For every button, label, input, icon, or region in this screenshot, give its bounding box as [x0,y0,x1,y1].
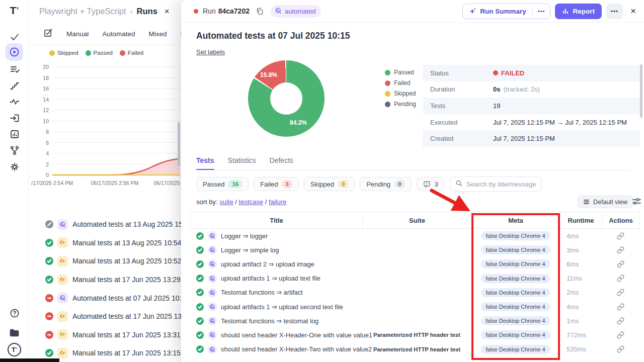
analytics-icon[interactable] [0,127,29,142]
test-plans-icon[interactable] [0,62,29,77]
meta-tag[interactable]: false Desktop Chrome 4 [481,259,550,268]
search-box[interactable] [450,176,541,192]
test-link-icon[interactable] [602,345,639,353]
run-list-item-selected[interactable]: Automated tests at 07 Jul 2025 10:15 [29,289,181,307]
breadcrumb-project[interactable]: Playwright + TypeScript [39,7,126,16]
app-logo[interactable]: T' [0,5,29,17]
list-view-icon [583,199,590,205]
filter-pending[interactable]: Pending0 [360,177,411,191]
report-button[interactable]: Report [555,4,602,19]
test-link-icon[interactable] [602,260,639,268]
import-icon[interactable] [0,111,29,126]
svg-text:06/17/2025: 06/17/2025 [153,180,180,186]
select-runs-icon[interactable] [43,28,53,40]
settings-gear-icon[interactable] [0,159,29,174]
help-icon[interactable] [0,306,29,321]
sidebar-item-runs[interactable] [6,43,23,61]
tab-statistics[interactable]: Statistics [228,156,256,170]
tab-manual[interactable]: Manual [66,30,89,38]
test-row[interactable]: Logger ⇒ simple log false Desktop Chrome… [190,243,640,257]
sort-by-failure[interactable]: failure [269,198,286,206]
header-runtime[interactable]: Runtime [560,212,602,228]
pulse-icon[interactable] [0,94,29,109]
tab-defects[interactable]: Defects [270,156,293,170]
search-input[interactable] [466,180,536,188]
run-list-item[interactable]: Manual tests at 17 Jun 2025 13:31 from [29,326,181,344]
test-row[interactable]: upload artifact 2 ⇒ upload image false D… [190,257,640,271]
tab-mixed[interactable]: Mixed [149,30,167,38]
sparkles-icon [469,8,476,15]
test-link-icon[interactable] [602,246,639,254]
page-close-icon[interactable]: × [165,7,170,17]
passed-percent-label: 84.2% [290,119,307,126]
more-actions-button[interactable]: ••• [606,4,623,19]
header-actions[interactable]: Actions [602,212,639,228]
test-link-icon[interactable] [602,275,639,282]
passed-check-icon [196,289,204,296]
run-list: Automated tests at 13 Aug 2025 15:53 Man… [29,215,181,362]
test-link-icon[interactable] [602,289,639,296]
meta-tag[interactable]: false Desktop Chrome 4 [481,316,550,325]
account-avatar[interactable]: T' [0,342,29,357]
tests-table-header: Title Suite Meta Runtime Actions [190,212,640,229]
projects-folder-icon[interactable] [0,325,29,340]
panel-close-icon[interactable]: × [630,6,636,17]
tab-tests[interactable]: Tests [196,156,214,170]
test-link-icon[interactable] [602,232,639,240]
header-title[interactable]: Title [191,212,363,228]
svg-text:6: 6 [46,140,49,146]
test-row[interactable]: Logger ⇒ logger false Desktop Chrome 4 4… [190,229,640,243]
run-list-item[interactable]: Manual tests at 13 Aug 2025 10:52 from [29,252,181,270]
view-settings-icon[interactable] [632,197,641,208]
automated-test-icon [208,316,217,325]
test-row[interactable]: upload artifacts 1 ⇒ upload text file fa… [190,272,640,286]
comments-count: 3 [435,180,438,188]
filter-passed[interactable]: Passed16 [196,177,249,191]
passed-status-icon [45,276,53,284]
run-summary-button[interactable]: Run Summary ••• [462,4,550,19]
meta-tag[interactable]: false Desktop Chrome 4 [481,245,550,254]
automated-test-icon [208,231,217,240]
tab-automated[interactable]: Automated [102,30,135,38]
run-summary-more[interactable]: ••• [532,8,550,14]
automated-test-icon [208,288,217,297]
breadcrumb-separator: › [130,7,133,16]
run-list-item[interactable]: Manual tests at 13 Aug 2025 10:54 2 [29,234,181,252]
panel-scrollbar[interactable] [640,64,642,118]
test-row[interactable]: should send header X-Header-One with val… [190,328,640,342]
meta-tag[interactable]: false Desktop Chrome 4 [481,345,550,354]
run-list-item[interactable]: Automated tests at 13 Aug 2025 15:53 [29,215,181,234]
automated-badge[interactable]: automated [271,5,321,18]
automated-test-icon [208,245,217,254]
set-labels-link[interactable]: Set labels [196,48,225,56]
page-scrollbar[interactable] [178,122,180,166]
milestones-icon[interactable] [0,78,29,93]
sort-by-suite[interactable]: suite [219,198,233,206]
test-row[interactable]: should send header X-Header-Two with val… [190,342,640,356]
meta-tag[interactable]: false Desktop Chrome 4 [481,288,550,297]
header-meta[interactable]: Meta [472,212,560,228]
meta-tag[interactable]: false Desktop Chrome 4 [481,274,550,283]
filter-comments[interactable]: 3 [417,177,445,191]
run-list-item[interactable]: Automated tests at 17 Jun 2025 13:30 [29,307,181,326]
test-link-icon[interactable] [602,317,639,325]
svg-text:16: 16 [43,85,49,92]
filter-failed[interactable]: Failed3 [254,177,299,191]
test-row[interactable]: Testomat functions ⇒ testomat log false … [190,314,640,328]
meta-tag[interactable]: false Desktop Chrome 4 [481,330,550,339]
tests-icon[interactable] [0,29,29,44]
avatar-letter: T [12,346,16,353]
filter-skipped[interactable]: Skipped0 [304,177,355,191]
test-row[interactable]: upload artifacts 1 ⇒ upload second text … [190,300,640,314]
copy-icon[interactable] [256,7,264,15]
header-suite[interactable]: Suite [363,212,472,228]
test-link-icon[interactable] [602,303,639,311]
default-view-button[interactable]: Default view [578,196,633,208]
run-list-item[interactable]: Manual tests at 17 Jun 2025 13:29 from [29,270,181,289]
sort-by-testcase[interactable]: testcase [239,198,263,206]
branches-icon[interactable] [0,143,29,158]
test-row[interactable]: Testomat functions ⇒ artifact false Desk… [190,286,640,300]
meta-tag[interactable]: false Desktop Chrome 4 [481,231,550,240]
meta-tag[interactable]: false Desktop Chrome 4 [481,302,550,311]
test-link-icon[interactable] [602,331,639,339]
